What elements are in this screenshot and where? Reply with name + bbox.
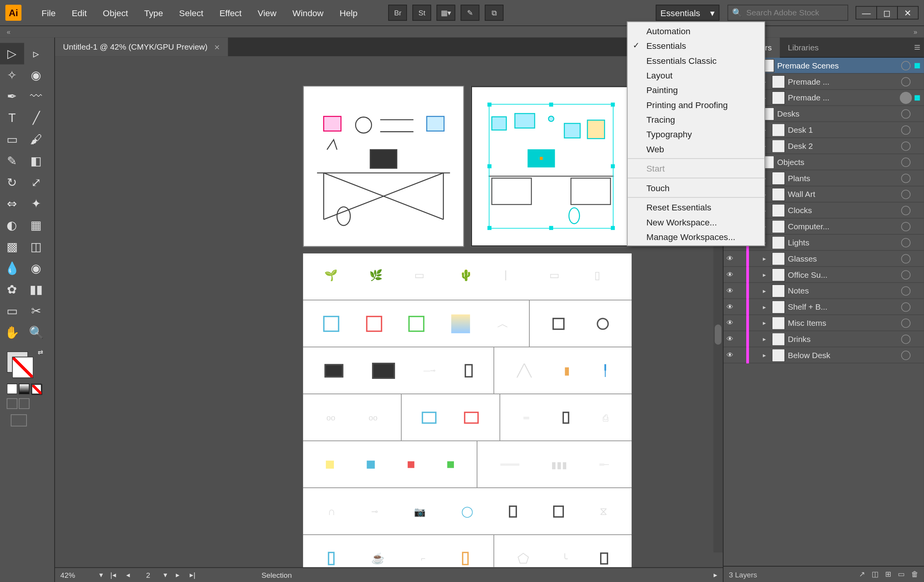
minimize-button[interactable]: — [856,6,877,20]
panel-tab-libraries[interactable]: Libraries [780,37,827,57]
close-button[interactable]: ✕ [897,6,919,20]
target-icon[interactable] [901,157,911,167]
layer-row[interactable]: 👁▸Notes [724,283,924,299]
bridge-button[interactable]: Br [389,5,407,21]
target-icon[interactable] [901,270,911,279]
chevron-right-icon[interactable]: ▸ [760,320,769,326]
color-mode-none[interactable] [31,384,42,394]
stock-search[interactable]: 🔍 Search Adobe Stock [727,5,848,21]
target-icon[interactable] [901,254,911,263]
make-clipping-mask-icon[interactable]: ◫ [872,570,878,579]
chevron-right-icon[interactable]: ▸ [760,304,769,310]
visibility-toggle[interactable]: 👁 [724,319,737,327]
workspace-switcher[interactable]: Essentials ▾ [656,5,720,21]
layer-name[interactable]: Desk 1 [788,125,897,134]
color-mode-gradient[interactable] [19,384,30,394]
menu-file[interactable]: File [33,8,63,18]
visibility-toggle[interactable]: 👁 [724,335,737,343]
target-icon[interactable] [901,61,911,70]
layer-name[interactable]: Plants [788,173,897,183]
workspace-option[interactable]: New Workspace... [627,215,764,229]
target-icon[interactable] [901,302,911,311]
zoom-level[interactable]: 42% [60,571,94,579]
target-icon[interactable] [901,334,911,344]
layer-row[interactable]: 👁▸Glasses [724,251,924,267]
workspace-option[interactable]: Typography [627,127,764,141]
new-layer-icon[interactable]: ▭ [898,570,904,579]
layer-row[interactable]: 👁▸Shelf + B... [724,299,924,315]
target-icon[interactable] [901,318,911,327]
gpu-button[interactable]: ✎ [461,5,480,21]
workspace-option[interactable]: Automation [627,23,764,38]
last-artboard-button[interactable]: ▸| [188,570,197,579]
target-icon[interactable] [901,141,911,150]
layer-name[interactable]: Misc Items [788,318,897,327]
menu-object[interactable]: Object [95,8,136,18]
layer-name[interactable]: Clocks [788,205,897,215]
layer-name[interactable]: Objects [777,157,897,167]
layer-row[interactable]: 👁▸Misc Items [724,315,924,331]
eyedropper-tool[interactable]: 💧 [0,257,24,279]
target-icon[interactable] [901,286,911,295]
layer-row[interactable]: 👁▸Drinks [724,331,924,347]
perspective-tool[interactable]: ▦ [24,215,48,236]
eraser-tool[interactable]: ◧ [24,150,48,172]
canvas[interactable]: 🌱🌿▭🌵|▭▯ ︿ —⊸ ╱╲▮╿ oooo ═⎙ [55,56,723,567]
layer-name[interactable]: Premade Scenes [777,61,897,70]
scale-tool[interactable]: ⤢ [24,172,48,193]
target-icon[interactable] [901,189,911,198]
paintbrush-tool[interactable]: 🖌 [24,129,48,150]
maximize-button[interactable]: ◻ [876,6,898,20]
workspace-option[interactable]: Tracing [627,112,764,127]
hand-tool[interactable]: ✋ [0,322,24,344]
layer-name[interactable]: Drinks [788,334,897,344]
target-icon[interactable] [901,205,911,215]
visibility-toggle[interactable]: 👁 [724,351,737,359]
draw-normal[interactable] [7,398,17,409]
status-menu-icon[interactable]: ▸ [714,570,717,579]
document-setup-button[interactable]: ⧉ [485,5,504,21]
stroke-swatch[interactable] [12,357,33,378]
curvature-tool[interactable]: 〰 [24,86,48,107]
chevron-right-icon[interactable]: ▸ [760,271,769,278]
shape-builder-tool[interactable]: ◐ [0,215,24,236]
color-mode-solid[interactable] [7,384,17,394]
next-artboard-button[interactable]: ▸ [173,570,182,579]
artboard-tool[interactable]: ▭ [0,300,24,322]
collapse-left-icon[interactable]: « [7,28,10,35]
layer-name[interactable]: Shelf + B... [788,302,897,311]
type-tool[interactable]: T [0,107,24,129]
layer-name[interactable]: Office Su... [788,270,897,279]
target-icon[interactable] [901,173,911,183]
line-tool[interactable]: ╱ [24,107,48,129]
stock-button[interactable]: St [412,5,431,21]
workspace-option[interactable]: Layout [627,68,764,82]
visibility-toggle[interactable]: 👁 [724,287,737,294]
workspace-option[interactable]: Touch [627,180,764,195]
workspace-option[interactable]: Reset Essentials [627,200,764,214]
chevron-right-icon[interactable]: ▸ [760,335,769,342]
free-transform-tool[interactable]: ✦ [24,193,48,215]
direct-selection-tool[interactable]: ▹ [24,43,48,65]
menu-select[interactable]: Select [171,8,212,18]
layer-name[interactable]: Wall Art [788,189,897,198]
menu-type[interactable]: Type [136,8,171,18]
workspace-option[interactable]: ✓Essentials [627,38,764,53]
graph-tool[interactable]: ▮▮ [24,279,48,300]
screen-mode[interactable] [11,414,27,426]
menu-edit[interactable]: Edit [64,8,95,18]
gradient-tool[interactable]: ◫ [24,236,48,258]
target-icon[interactable] [901,238,911,247]
visibility-toggle[interactable]: 👁 [724,255,737,262]
workspace-option[interactable]: Essentials Classic [627,53,764,68]
menu-window[interactable]: Window [284,8,331,18]
shaper-tool[interactable]: ✎ [0,150,24,172]
document-tab[interactable]: Untitled-1 @ 42% (CMYK/GPU Preview) × [55,38,228,57]
menu-effect[interactable]: Effect [212,8,250,18]
layer-row[interactable]: 👁▸Office Su... [724,267,924,283]
layer-name[interactable]: Computer... [788,222,897,231]
target-icon[interactable] [901,350,911,360]
workspace-option[interactable]: Web [627,142,764,156]
chevron-down-icon[interactable]: ▾ [99,570,103,579]
swap-colors-icon[interactable]: ⇄ [38,349,43,356]
